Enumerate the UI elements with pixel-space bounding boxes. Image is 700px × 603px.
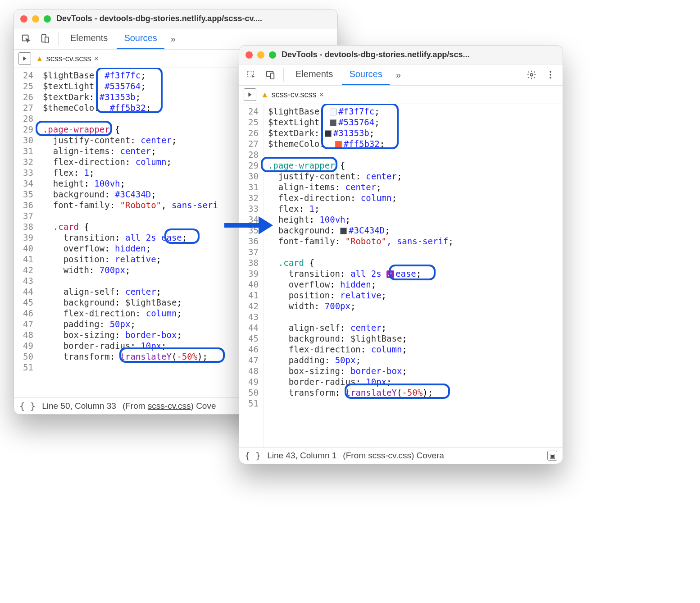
- bezier-icon[interactable]: [386, 270, 394, 278]
- cursor-position: Line 50, Column 33: [42, 401, 116, 411]
- device-toggle-icon[interactable]: [36, 30, 54, 47]
- more-tabs-icon[interactable]: »: [391, 65, 405, 85]
- window-title: DevTools - devtools-dbg-stories.netlify.…: [56, 14, 331, 23]
- file-tab[interactable]: ▲ scss-cv.scss ×: [36, 54, 99, 64]
- devtools-window-right: DevTools - devtools-dbg-stories.netlify.…: [239, 45, 563, 464]
- svg-point-9: [550, 77, 551, 79]
- tabbar: Elements Sources »: [239, 64, 563, 86]
- traffic-lights: [245, 51, 276, 59]
- warning-icon: ▲: [261, 90, 269, 100]
- statusbar: { } Line 43, Column 1 (From scss-cv.css)…: [239, 447, 563, 464]
- titlebar: DevTools - devtools-dbg-stories.netlify.…: [14, 9, 337, 28]
- format-icon[interactable]: { }: [245, 450, 261, 461]
- color-swatch-icon[interactable]: [340, 228, 347, 234]
- color-swatch-icon[interactable]: [330, 119, 336, 126]
- file-tab[interactable]: ▲ scss-cv.scss ×: [261, 90, 324, 100]
- show-navigator-icon[interactable]: [244, 88, 256, 101]
- tab-elements[interactable]: Elements: [63, 28, 115, 49]
- svg-rect-2: [45, 37, 48, 43]
- cursor-position: Line 43, Column 1: [267, 451, 336, 461]
- close-tab-icon[interactable]: ×: [319, 90, 324, 100]
- inspect-icon[interactable]: [18, 30, 35, 47]
- svg-rect-5: [271, 73, 274, 79]
- tab-sources[interactable]: Sources: [117, 28, 164, 49]
- more-tabs-icon[interactable]: »: [166, 29, 180, 49]
- line-gutter: 24 25 26 27 28 29 30 31 32 33 34 35 36 3…: [14, 68, 38, 397]
- format-icon[interactable]: { }: [19, 401, 36, 411]
- line-gutter: 24 25 26 27 28 29 30 31 32 33 34 35 36 3…: [239, 104, 264, 447]
- code-content[interactable]: $lightBase #f3f7fc; $textLight #535764; …: [264, 104, 563, 447]
- close-window-icon[interactable]: [245, 51, 253, 59]
- divider: [283, 68, 284, 82]
- color-swatch-icon[interactable]: [335, 141, 342, 148]
- filebar: ▲ scss-cv.scss ×: [239, 86, 563, 104]
- tab-sources[interactable]: Sources: [342, 64, 389, 85]
- warning-icon: ▲: [36, 54, 44, 64]
- maximize-window-icon[interactable]: [44, 15, 51, 23]
- file-name: scss-cv.scss: [46, 54, 91, 64]
- color-swatch-icon[interactable]: [325, 130, 332, 137]
- titlebar: DevTools - devtools-dbg-stories.netlify.…: [239, 46, 563, 64]
- source-from: (From scss-cv.css) Cove: [123, 401, 216, 411]
- close-window-icon[interactable]: [20, 15, 27, 23]
- source-link[interactable]: scss-cv.css: [368, 451, 411, 460]
- svg-point-7: [550, 71, 551, 73]
- code-editor[interactable]: 24 25 26 27 28 29 30 31 32 33 34 35 36 3…: [239, 104, 563, 447]
- tab-elements[interactable]: Elements: [288, 64, 340, 85]
- svg-point-6: [530, 73, 533, 76]
- gear-icon[interactable]: [523, 66, 540, 83]
- inspect-icon[interactable]: [243, 66, 260, 83]
- maximize-window-icon[interactable]: [269, 51, 276, 59]
- close-tab-icon[interactable]: ×: [94, 54, 99, 64]
- window-title: DevTools - devtools-dbg-stories.netlify.…: [282, 50, 556, 59]
- arrow-icon: [224, 216, 278, 234]
- divider: [58, 32, 59, 46]
- kebab-icon[interactable]: [542, 66, 559, 83]
- minimize-window-icon[interactable]: [32, 15, 39, 23]
- traffic-lights: [20, 15, 51, 23]
- source-from: (From scss-cv.css) Covera: [343, 451, 444, 461]
- svg-point-8: [550, 74, 551, 76]
- source-link[interactable]: scss-cv.css: [148, 401, 191, 411]
- show-navigator-icon[interactable]: [18, 52, 31, 65]
- color-swatch-icon[interactable]: [330, 109, 336, 115]
- expand-icon[interactable]: ▣: [547, 451, 557, 461]
- file-name: scss-cv.scss: [272, 90, 317, 100]
- device-toggle-icon[interactable]: [262, 66, 279, 83]
- minimize-window-icon[interactable]: [257, 51, 264, 59]
